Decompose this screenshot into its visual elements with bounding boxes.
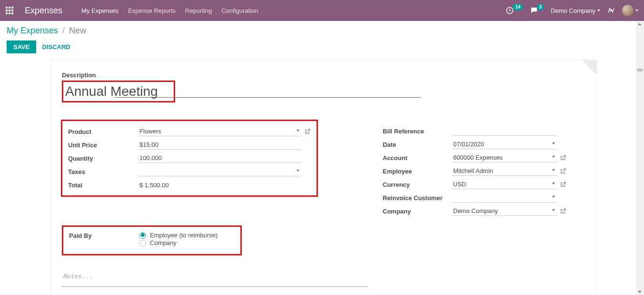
form-sheet: Description Product [51,60,596,295]
employee-external-link[interactable] [560,168,566,174]
debug-icon[interactable] [607,6,615,15]
messages-button[interactable]: 3 [530,6,545,15]
currency-label: Currency [383,181,452,188]
product-external-link[interactable] [304,128,311,135]
taxes-input[interactable] [139,167,301,176]
total-label: Total [68,182,139,189]
paid-by-employee-radio[interactable] [139,232,146,239]
company-name: Demo Company [551,7,595,14]
quantity-input[interactable] [139,153,301,163]
company-input[interactable] [452,206,557,216]
nav-item-configuration[interactable]: Configuration [221,7,258,14]
product-input[interactable] [139,127,301,136]
total-value: $ 1,500.00 [139,181,169,190]
account-label: Account [383,154,452,162]
caret-down-icon [635,10,638,11]
avatar [622,5,634,16]
scroll-up-icon [638,23,642,25]
activities-badge: 14 [513,4,523,10]
taxes-label: Taxes [68,168,139,175]
breadcrumb-current: New [69,26,86,35]
scrollbar-thumb[interactable] [637,69,643,71]
description-highlight-box [62,81,175,102]
control-bar: My Expenses / New SAVE DISCARD [0,21,644,56]
breadcrumb: My Expenses / New [7,26,637,36]
currency-external-link[interactable] [560,181,566,188]
bill-reference-input[interactable] [452,126,557,136]
paid-by-company-label[interactable]: Company [150,239,177,246]
breadcrumb-root[interactable]: My Expenses [7,26,58,35]
scroll-down-icon [638,291,642,293]
unit-price-label: Unit Price [68,142,139,149]
description-input[interactable] [63,82,174,101]
quantity-label: Quantity [68,155,139,162]
employee-label: Employee [383,168,452,175]
description-underline [114,97,421,98]
account-external-link[interactable] [560,154,566,161]
paid-by-highlight-box: Paid By Employee (to reimburse) Company [62,225,242,255]
product-fields-highlight-box: Product Unit Price [61,120,318,197]
caret-down-icon [597,10,600,11]
bill-reference-label: Bill Reference [383,128,452,135]
notes-input[interactable] [62,271,368,287]
nav-menu: My Expenses Expense Reports Reporting Co… [81,7,258,14]
breadcrumb-sep: / [62,26,65,35]
user-menu[interactable] [622,5,638,16]
currency-input[interactable] [452,180,557,189]
unit-price-input[interactable] [139,140,301,150]
save-button[interactable]: SAVE [7,41,36,53]
paid-by-label: Paid By [69,232,139,239]
date-input[interactable] [452,140,557,149]
nav-item-reporting[interactable]: Reporting [185,7,212,14]
company-external-link[interactable] [560,208,566,214]
activities-button[interactable]: 14 [505,6,523,15]
paid-by-employee-label[interactable]: Employee (to reimburse) [150,232,218,239]
date-label: Date [383,141,452,148]
company-label: Company [383,208,452,215]
employee-input[interactable] [452,166,557,176]
vertical-scrollbar[interactable] [636,21,644,295]
company-selector[interactable]: Demo Company [551,7,600,14]
nav-item-expense-reports[interactable]: Expense Reports [128,7,176,14]
product-label: Product [68,128,139,135]
paid-by-company-radio[interactable] [139,240,146,246]
reinvoice-customer-input[interactable] [452,193,557,203]
messages-badge: 3 [537,4,545,10]
app-brand: Expenses [25,6,62,16]
apps-icon[interactable] [6,7,15,14]
description-label: Description [62,71,566,79]
corner-fold-icon [582,60,596,74]
top-navbar: Expenses My Expenses Expense Reports Rep… [0,0,644,21]
nav-item-my-expenses[interactable]: My Expenses [81,7,119,14]
account-input[interactable] [452,153,557,163]
reinvoice-customer-label: Reinvoice Customer [383,194,452,202]
discard-button[interactable]: DISCARD [42,43,70,51]
